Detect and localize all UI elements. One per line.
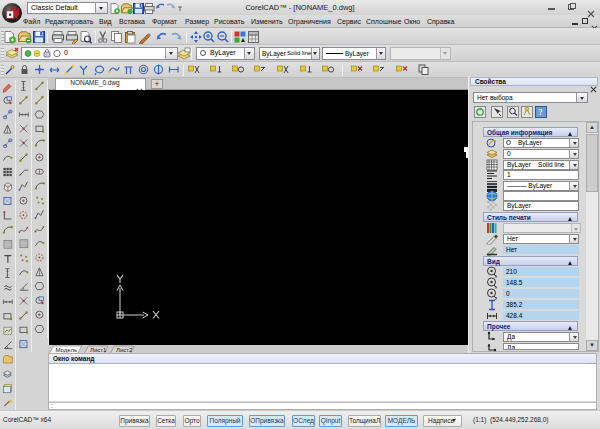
svg-text:Лист1: Лист1 — [90, 347, 107, 353]
svg-text:?: ? — [539, 108, 543, 117]
svg-text:Лист2: Лист2 — [116, 347, 133, 353]
svg-text:Модель: Модель — [56, 347, 78, 353]
